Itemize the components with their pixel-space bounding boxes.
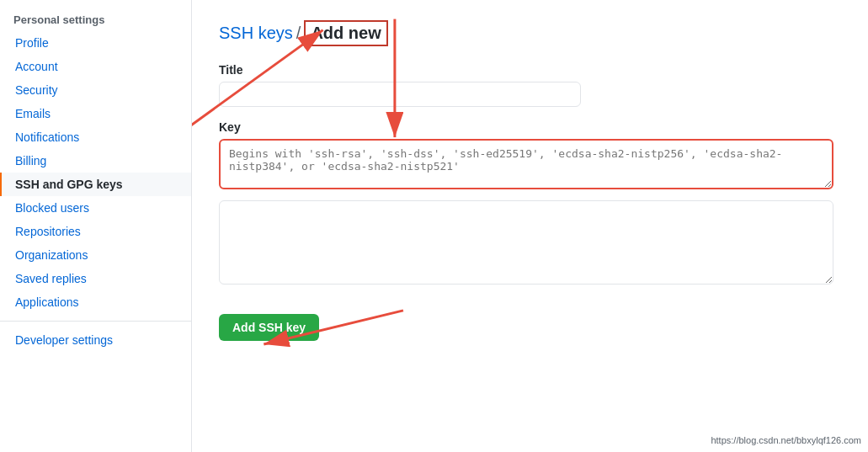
sidebar-heading: Personal settings [0, 7, 191, 31]
key-textarea-extra[interactable] [219, 200, 833, 284]
key-label: Key [219, 120, 841, 134]
sidebar-item-billing[interactable]: Billing [0, 149, 191, 173]
sidebar-item-developer-settings[interactable]: Developer settings [0, 328, 191, 352]
sidebar-item-account[interactable]: Account [0, 55, 191, 78]
sidebar-item-profile[interactable]: Profile [0, 31, 191, 55]
sidebar-divider [0, 321, 191, 322]
breadcrumb-ssh-keys-link[interactable]: SSH keys [219, 24, 293, 43]
sidebar-item-blocked-users[interactable]: Blocked users [0, 196, 191, 220]
main-content: SSH keys / Add new Title Key Add SSH key [192, 0, 868, 452]
breadcrumb-current: Add new [304, 20, 387, 46]
sidebar-item-organizations[interactable]: Organizations [0, 243, 191, 267]
key-textarea[interactable] [219, 139, 833, 189]
sidebar-item-notifications[interactable]: Notifications [0, 125, 191, 149]
title-label: Title [219, 63, 841, 77]
sidebar-item-security[interactable]: Security [0, 78, 191, 102]
sidebar-item-emails[interactable]: Emails [0, 102, 191, 125]
title-form-group: Title [219, 63, 841, 107]
sidebar-item-applications[interactable]: Applications [0, 290, 191, 314]
sidebar-item-repositories[interactable]: Repositories [0, 220, 191, 243]
breadcrumb-separator: / [296, 24, 301, 43]
sidebar: Personal settings ProfileAccountSecurity… [0, 0, 192, 452]
key-form-group: Key [219, 120, 841, 287]
sidebar-item-ssh-gpg-keys[interactable]: SSH and GPG keys [0, 173, 191, 196]
sidebar-item-saved-replies[interactable]: Saved replies [0, 267, 191, 290]
add-ssh-key-button[interactable]: Add SSH key [219, 314, 319, 341]
breadcrumb: SSH keys / Add new [219, 20, 841, 46]
watermark: https://blog.csdn.net/bbxylqf126.com [711, 435, 861, 445]
title-input[interactable] [219, 82, 581, 107]
